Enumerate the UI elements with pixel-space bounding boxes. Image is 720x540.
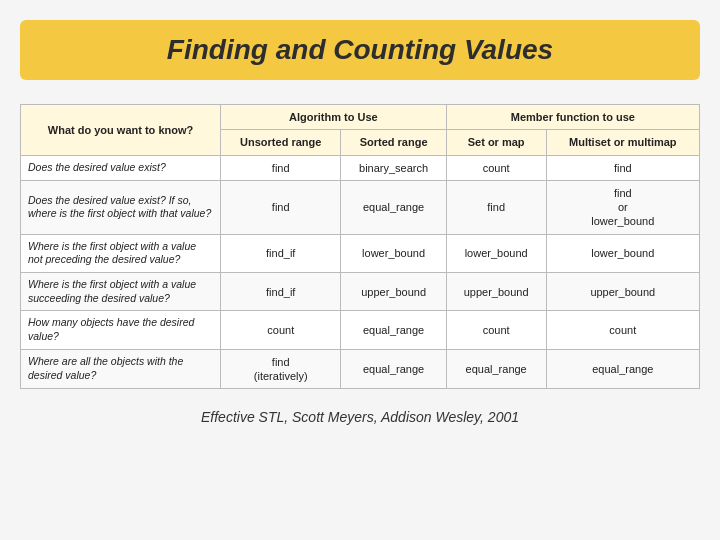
table-row: Does the desired value exist?findbinary_…: [21, 155, 700, 180]
cell-multiset: equal_range: [546, 349, 699, 389]
col-question-header: What do you want to know?: [21, 105, 221, 156]
cell-unsorted: count: [221, 311, 341, 349]
cell-unsorted: find_if: [221, 273, 341, 311]
table-row: Where are all the objects with the desir…: [21, 349, 700, 389]
cell-set_or_map: upper_bound: [446, 273, 546, 311]
member-group-header: Member function to use: [446, 105, 699, 130]
cell-multiset: find or lower_bound: [546, 180, 699, 234]
cell-set_or_map: count: [446, 155, 546, 180]
cell-sorted: upper_bound: [341, 273, 446, 311]
cell-multiset: find: [546, 155, 699, 180]
table-row: How many objects have the desired value?…: [21, 311, 700, 349]
table-row: Where is the first object with a value n…: [21, 234, 700, 272]
cell-multiset: upper_bound: [546, 273, 699, 311]
cell-sorted: lower_bound: [341, 234, 446, 272]
cell-question: Where is the first object with a value n…: [21, 234, 221, 272]
cell-sorted: binary_search: [341, 155, 446, 180]
cell-sorted: equal_range: [341, 311, 446, 349]
cell-set_or_map: equal_range: [446, 349, 546, 389]
footer: Effective STL, Scott Meyers, Addison Wes…: [201, 409, 519, 425]
cell-sorted: equal_range: [341, 180, 446, 234]
table-row: Where is the first object with a value s…: [21, 273, 700, 311]
sub-header-sorted: Sorted range: [341, 130, 446, 155]
cell-unsorted: find: [221, 180, 341, 234]
page-title: Finding and Counting Values: [40, 34, 680, 66]
sub-header-set: Set or map: [446, 130, 546, 155]
cell-question: Where are all the objects with the desir…: [21, 349, 221, 389]
cell-set_or_map: find: [446, 180, 546, 234]
cell-question: Does the desired value exist?: [21, 155, 221, 180]
cell-unsorted: find: [221, 155, 341, 180]
cell-set_or_map: lower_bound: [446, 234, 546, 272]
table-row: Does the desired value exist? If so, whe…: [21, 180, 700, 234]
cell-set_or_map: count: [446, 311, 546, 349]
cell-unsorted: find_if: [221, 234, 341, 272]
cell-unsorted: find (iteratively): [221, 349, 341, 389]
cell-question: How many objects have the desired value?: [21, 311, 221, 349]
group-header-row: What do you want to know? Algorithm to U…: [21, 105, 700, 130]
main-table: What do you want to know? Algorithm to U…: [20, 104, 700, 389]
table-container: What do you want to know? Algorithm to U…: [20, 104, 700, 389]
cell-question: Where is the first object with a value s…: [21, 273, 221, 311]
sub-header-unsorted: Unsorted range: [221, 130, 341, 155]
cell-multiset: lower_bound: [546, 234, 699, 272]
cell-sorted: equal_range: [341, 349, 446, 389]
footer-text: Effective STL, Scott Meyers, Addison Wes…: [201, 409, 519, 425]
sub-header-multiset: Multiset or multimap: [546, 130, 699, 155]
algo-group-header: Algorithm to Use: [221, 105, 447, 130]
cell-question: Does the desired value exist? If so, whe…: [21, 180, 221, 234]
cell-multiset: count: [546, 311, 699, 349]
header-banner: Finding and Counting Values: [20, 20, 700, 80]
